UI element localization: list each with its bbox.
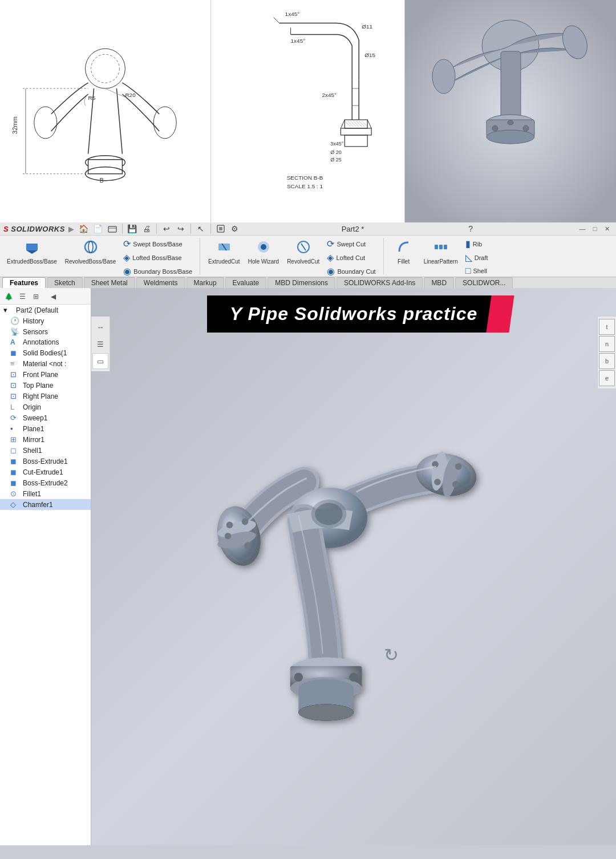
- tab-markup[interactable]: Markup: [187, 277, 224, 288]
- tab-mbd[interactable]: MBD: [424, 277, 454, 288]
- front-plane-icon: ⊡: [10, 370, 21, 379]
- model-viewport[interactable]: Y Pipe Solidworks practice ↔ ☰ ▭ t n b e: [91, 288, 616, 845]
- extruded-cut-button[interactable]: ExtrudedCut: [206, 238, 242, 266]
- viewport-right-btn4[interactable]: e: [599, 370, 615, 386]
- lofted-boss-button[interactable]: ◈ Lofted Boss/Base: [121, 252, 194, 264]
- part-name-label: Part2 *: [342, 225, 364, 233]
- minimize-button[interactable]: —: [577, 224, 587, 234]
- viewport-right-btn2[interactable]: n: [599, 336, 615, 352]
- rebuild-button[interactable]: [214, 222, 227, 235]
- solid-bodies-label: Solid Bodies(1: [23, 349, 67, 357]
- top-plane-label: Top Plane: [23, 382, 53, 390]
- swept-cut-button[interactable]: ⟳ Swept Cut: [325, 238, 377, 250]
- hole-wizard-button[interactable]: Hole Wizard: [246, 238, 281, 266]
- right-plane-icon: ⊡: [10, 392, 21, 400]
- draft-button[interactable]: ◺ Draft: [464, 252, 490, 264]
- revolved-cut-button[interactable]: RevolvedCut: [285, 238, 322, 266]
- new-button[interactable]: 📄: [92, 222, 104, 235]
- view-orient-button[interactable]: ↔: [92, 319, 108, 335]
- draft-icon: ◺: [465, 252, 472, 263]
- shell1-label: Shell1: [23, 447, 42, 455]
- tree-item-mirror1[interactable]: ⊞ Mirror1: [0, 434, 91, 445]
- tab-weldments[interactable]: Weldments: [136, 277, 185, 288]
- tab-solidworks-addins[interactable]: SOLIDWORKS Add-Ins: [337, 277, 423, 288]
- fillet-button[interactable]: Fillet: [390, 238, 418, 266]
- maximize-button[interactable]: □: [590, 224, 600, 234]
- tree-item-fillet1[interactable]: ⊙ Fillet1: [0, 488, 91, 499]
- tree-item-sweep1[interactable]: ⟳ Sweep1: [0, 412, 91, 423]
- linear-pattern-button[interactable]: LinearPattern: [422, 238, 460, 266]
- top-drawing-section: 32mm R5 R20 B: [0, 0, 616, 222]
- sidebar-icon-expand[interactable]: ◀: [47, 290, 59, 303]
- settings-button[interactable]: ⚙: [229, 222, 241, 235]
- viewport-right-btn3[interactable]: b: [599, 353, 615, 369]
- undo-button[interactable]: ↩: [160, 222, 173, 235]
- boundary-boss-button[interactable]: ◉ Boundary Boss/Base: [121, 265, 194, 277]
- tree-item-sensors[interactable]: 📡 Sensors: [0, 326, 91, 337]
- close-button[interactable]: ✕: [602, 224, 613, 234]
- shell-button[interactable]: □ Shell: [464, 265, 490, 277]
- cursor-button[interactable]: ↖: [194, 222, 207, 235]
- tree-item-solid-bodies[interactable]: ◼ Solid Bodies(1: [0, 347, 91, 358]
- solidworks-logo: S SOLIDWORKS: [3, 225, 65, 233]
- tab-evaluate[interactable]: Evaluate: [225, 277, 267, 288]
- tree-item-plane1[interactable]: ▪ Plane1: [0, 423, 91, 434]
- sidebar-icon-config[interactable]: ⊞: [30, 290, 42, 303]
- window-controls: — □ ✕: [577, 224, 613, 234]
- title-banner-inner: Y Pipe Solidworks practice: [207, 295, 500, 333]
- sidebar-icon-tree[interactable]: 🌲: [2, 290, 15, 303]
- plane1-label: Plane1: [23, 425, 44, 433]
- lofted-cut-button[interactable]: ◈ Lofted Cut: [325, 252, 377, 264]
- tree-item-material[interactable]: ≡ Material <not :: [0, 358, 91, 369]
- tree-item-top-plane[interactable]: ⊡ Top Plane: [0, 380, 91, 391]
- rib-button[interactable]: ▮ Rib: [464, 238, 490, 250]
- swept-boss-icon: ⟳: [123, 238, 131, 249]
- origin-label: Origin: [23, 403, 41, 411]
- viewport-left-toolbar: ↔ ☰ ▭: [91, 317, 110, 371]
- tab-solidwor[interactable]: SOLIDWOR...: [455, 277, 513, 288]
- draft-label: Draft: [475, 254, 488, 261]
- svg-text:R5: R5: [88, 95, 96, 101]
- revolved-boss-button[interactable]: RevolvedBoss/Base: [63, 238, 119, 266]
- tree-item-history[interactable]: 🕐 History: [0, 315, 91, 326]
- toolbar-section: S SOLIDWORKS ▶ 🏠 📄 💾 🖨 ↩ ↪ ↖ ⚙ Part2 * ?: [0, 222, 616, 288]
- home-button[interactable]: 🏠: [78, 222, 90, 235]
- sidebar-icon-prop[interactable]: ☰: [16, 290, 29, 303]
- svg-point-94: [349, 672, 358, 681]
- tab-features[interactable]: Features: [2, 277, 46, 288]
- tree-item-cut-extrude1[interactable]: ◼ Cut-Extrude1: [0, 467, 91, 477]
- view-display-button[interactable]: ▭: [92, 353, 108, 369]
- tab-sheet-metal[interactable]: Sheet Metal: [84, 277, 135, 288]
- tree-item-origin[interactable]: L Origin: [0, 402, 91, 412]
- fillet-label: Fillet: [398, 258, 410, 265]
- tree-item-front-plane[interactable]: ⊡ Front Plane: [0, 369, 91, 380]
- save-button[interactable]: 💾: [126, 222, 139, 235]
- tree-item-shell1[interactable]: ◻ Shell1: [0, 445, 91, 456]
- svg-marker-61: [26, 250, 38, 254]
- redo-button[interactable]: ↪: [175, 222, 187, 235]
- boundary-cut-button[interactable]: ◉ Boundary Cut: [325, 265, 377, 277]
- left-drawing-svg: 32mm R5 R20 B: [0, 0, 210, 222]
- print-button[interactable]: 🖨: [140, 222, 153, 235]
- svg-point-80: [245, 542, 252, 549]
- tree-item-right-plane[interactable]: ⊡ Right Plane: [0, 391, 91, 402]
- swept-boss-button[interactable]: ⟳ Swept Boss/Base: [121, 238, 194, 250]
- svg-text:1x45°: 1x45°: [291, 38, 306, 44]
- help-button[interactable]: ?: [464, 222, 477, 235]
- extruded-boss-button[interactable]: ExtrudedBoss/Base: [5, 238, 59, 266]
- toolbar-icons: 🏠 📄 💾 🖨 ↩ ↪ ↖ ⚙: [78, 222, 241, 235]
- boundary-cut-icon: ◉: [327, 266, 335, 277]
- viewport-right-btn1[interactable]: t: [599, 319, 615, 335]
- tree-root[interactable]: ▾ Part2 (Default: [0, 305, 91, 315]
- tree-item-boss-extrude1[interactable]: ◼ Boss-Extrude1: [0, 456, 91, 467]
- tree-item-boss-extrude2[interactable]: ◼ Boss-Extrude2: [0, 477, 91, 488]
- tree-item-chamfer1[interactable]: ◇ Chamfer1: [0, 499, 91, 510]
- tab-mbd-dimensions[interactable]: MBD Dimensions: [268, 277, 335, 288]
- solid-bodies-icon: ◼: [10, 349, 21, 357]
- tree-item-annotations[interactable]: A Annotations: [0, 337, 91, 347]
- tab-sketch[interactable]: Sketch: [47, 277, 83, 288]
- view-section-button[interactable]: ☰: [92, 336, 108, 352]
- svg-rect-72: [444, 245, 447, 249]
- top-plane-icon: ⊡: [10, 381, 21, 390]
- open-button[interactable]: [106, 222, 119, 235]
